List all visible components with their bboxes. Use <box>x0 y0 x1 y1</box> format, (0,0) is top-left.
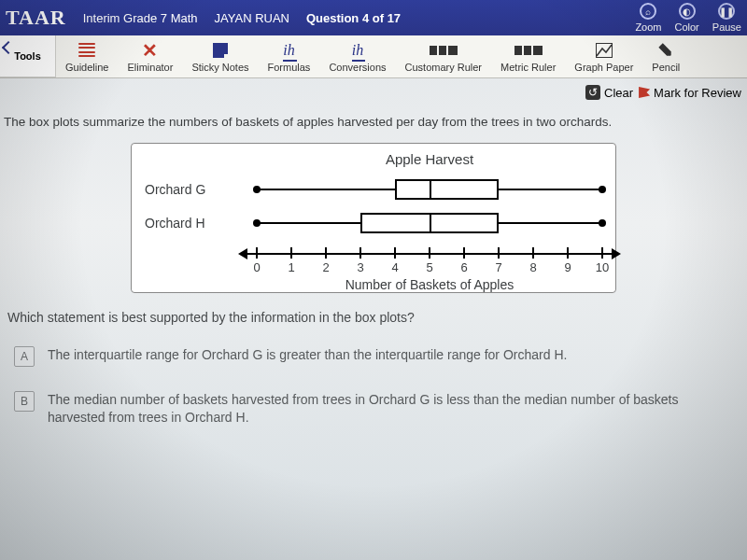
pause-icon: ❚❚ <box>718 3 735 20</box>
sticky-notes-icon <box>213 41 228 60</box>
customary-ruler-icon <box>430 41 458 60</box>
tool-graph-paper[interactable]: Graph Paper <box>565 35 642 77</box>
x-axis: 012345678910 Number of Baskets of Apples <box>257 240 602 287</box>
tool-pencil[interactable]: Pencil <box>642 35 689 77</box>
eliminator-icon: ✕ <box>142 41 158 60</box>
flag-icon <box>639 87 650 98</box>
zoom-label: Zoom <box>635 21 661 33</box>
brand-logo: TAAR <box>6 6 66 30</box>
tool-metric-ruler[interactable]: Metric Ruler <box>491 35 565 77</box>
tool-customary-ruler[interactable]: Customary Ruler <box>396 35 492 77</box>
metric-ruler-icon <box>514 41 543 60</box>
tick-label: 4 <box>391 260 398 274</box>
guideline-icon <box>78 41 95 60</box>
tool-sticky-notes[interactable]: Sticky Notes <box>182 35 258 77</box>
tick-label: 9 <box>564 260 571 274</box>
tool-conversions[interactable]: ih Conversions <box>319 35 395 77</box>
question-prompt: Which statement is best supported by the… <box>7 310 740 325</box>
category-label: Orchard H <box>145 216 257 231</box>
tick-label: 6 <box>460 260 467 274</box>
color-label: Color <box>675 21 699 33</box>
answer-text: The median number of baskets harvested f… <box>48 391 733 427</box>
box-plot-row: Orchard H <box>145 206 602 240</box>
formulas-icon: ih <box>283 41 294 60</box>
box-plot-chart: Apple Harvest Orchard GOrchard H 0123456… <box>131 143 616 293</box>
arrow-left-icon <box>238 248 247 259</box>
question-counter: Question 4 of 17 <box>306 11 401 25</box>
tool-formulas[interactable]: ih Formulas <box>259 35 320 77</box>
undo-icon: ↺ <box>585 85 600 100</box>
tick-label: 7 <box>495 260 501 274</box>
question-stem: The box plots summarize the numbers of b… <box>4 114 743 132</box>
zoom-button[interactable]: ⌕ Zoom <box>635 3 661 33</box>
answer-list: AThe interquartile range for Orchard G i… <box>4 342 743 432</box>
student-name: JAYAN RUAN <box>215 11 289 25</box>
pause-label: Pause <box>712 21 741 33</box>
tick-label: 2 <box>322 260 329 274</box>
answer-choice[interactable]: AThe interquartile range for Orchard G i… <box>7 342 740 371</box>
tools-label[interactable]: Tools <box>0 35 56 77</box>
category-label: Orchard G <box>145 182 257 197</box>
clear-button[interactable]: ↺ Clear <box>585 85 633 100</box>
action-bar: ↺ Clear Mark for Review <box>0 78 747 106</box>
graph-paper-icon <box>596 41 613 60</box>
mark-label: Mark for Review <box>654 86 741 100</box>
tool-eliminator[interactable]: ✕ Eliminator <box>118 35 182 77</box>
toolbar: Tools Guideline ✕ Eliminator Sticky Note… <box>0 35 747 78</box>
pause-button[interactable]: ❚❚ Pause <box>712 3 741 33</box>
conversions-icon: ih <box>352 41 363 60</box>
color-icon: ◐ <box>679 3 696 20</box>
box-plot-row: Orchard G <box>145 173 602 206</box>
color-button[interactable]: ◐ Color <box>675 3 699 33</box>
tick-label: 8 <box>529 260 536 274</box>
x-axis-label: Number of Baskets of Apples <box>257 277 602 292</box>
chart-title: Apple Harvest <box>145 151 602 167</box>
arrow-right-icon <box>612 248 621 259</box>
tick-label: 5 <box>426 260 432 274</box>
answer-text: The interquartile range for Orchard G is… <box>48 346 733 365</box>
answer-choice[interactable]: BThe median number of baskets harvested … <box>7 386 740 432</box>
question-content: The box plots summarize the numbers of b… <box>0 106 747 436</box>
tick-label: 0 <box>253 260 260 274</box>
clear-label: Clear <box>604 86 633 100</box>
pencil-icon <box>658 41 673 60</box>
tool-guideline[interactable]: Guideline <box>56 35 118 77</box>
zoom-icon: ⌕ <box>640 3 656 20</box>
assessment-title: Interim Grade 7 Math <box>83 11 198 25</box>
tick-label: 10 <box>596 260 609 274</box>
answer-letter: A <box>14 346 35 367</box>
tick-label: 1 <box>288 260 294 274</box>
app-header: TAAR Interim Grade 7 Math JAYAN RUAN Que… <box>0 0 747 35</box>
answer-letter: B <box>14 391 35 412</box>
tick-label: 3 <box>357 260 363 274</box>
mark-for-review-button[interactable]: Mark for Review <box>639 86 741 100</box>
